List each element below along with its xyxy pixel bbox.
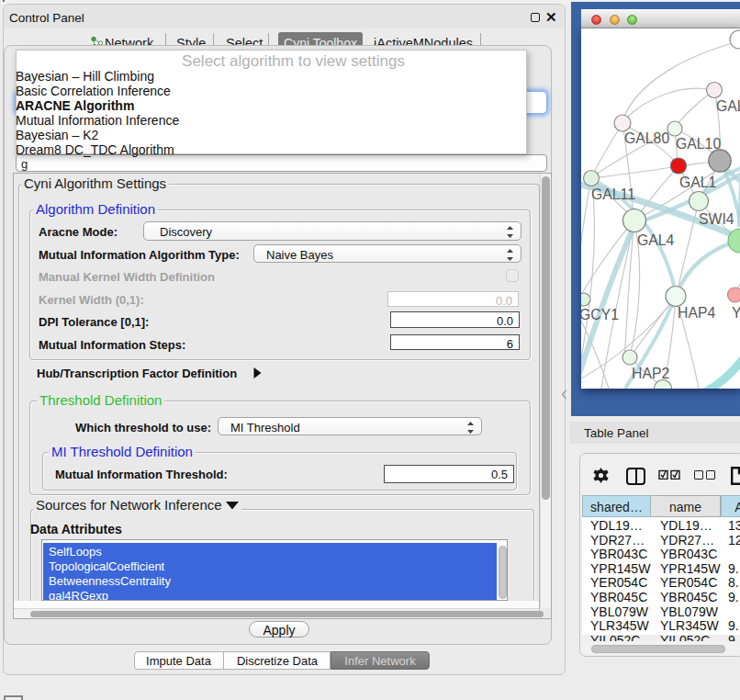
- svg-text:GAL1: GAL1: [679, 175, 717, 190]
- svg-text:GCY1: GCY1: [581, 307, 619, 322]
- svg-text:GAL10: GAL10: [676, 136, 721, 152]
- svg-text:GAL7: GAL7: [716, 98, 740, 114]
- svg-text:GAL11: GAL11: [591, 186, 635, 202]
- svg-text:HAP2: HAP2: [632, 366, 669, 381]
- svg-text:YJ: YJ: [732, 305, 740, 321]
- svg-text:SWI4: SWI4: [699, 211, 734, 227]
- svg-text:GAL80: GAL80: [624, 130, 669, 146]
- svg-text:GAL4: GAL4: [637, 232, 675, 248]
- svg-text:HAP4: HAP4: [678, 305, 715, 321]
